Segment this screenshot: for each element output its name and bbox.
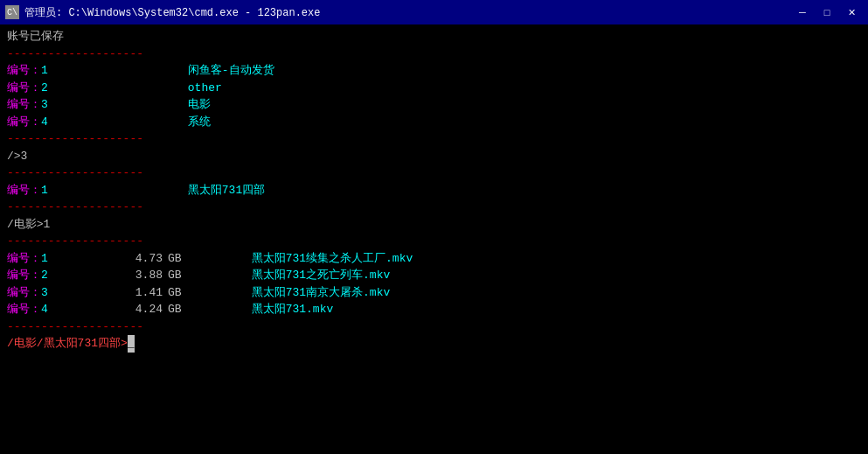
sub-label-1: 编号：: [7, 182, 41, 199]
line-sub1: 编号：1 黑太阳731四部: [7, 182, 861, 199]
num-2: 2: [41, 80, 48, 97]
file-num-1: 1: [41, 250, 48, 268]
file-name-1: 黑太阳731续集之杀人工厂.mkv: [252, 250, 413, 268]
separator-3: --------------------: [7, 164, 143, 182]
line-nav1: />3: [7, 148, 861, 165]
line-num4: 编号：4 系统: [7, 114, 861, 131]
file-name-4: 黑太阳731.mkv: [252, 301, 334, 318]
separator-2: --------------------: [7, 130, 143, 148]
num-1: 1: [41, 62, 48, 80]
file-size-4: 4.24: [135, 301, 163, 318]
separator-1: --------------------: [7, 45, 143, 63]
separator-4: --------------------: [7, 199, 143, 216]
file-unit-2: GB: [168, 267, 182, 284]
file-num-4: 4: [41, 301, 48, 318]
cursor: _: [128, 335, 135, 353]
content-4: 系统: [188, 114, 211, 131]
titlebar-buttons: ─ □ ✕: [791, 3, 863, 21]
titlebar-left: C\ 管理员: C:\Windows\System32\cmd.exe - 12…: [5, 5, 320, 20]
file-num-3: 3: [41, 284, 48, 302]
line-sep2: --------------------: [7, 130, 861, 148]
sub-num-1: 1: [41, 182, 48, 199]
file-name-2: 黑太阳731之死亡列车.mkv: [252, 267, 391, 284]
file-unit-3: GB: [168, 284, 182, 302]
file-size-1: 4.73: [135, 250, 163, 268]
line-num2: 编号：2 other: [7, 80, 861, 97]
file-num-2: 2: [41, 267, 48, 284]
file-name-3: 黑太阳731南京大屠杀.mkv: [252, 284, 391, 302]
line-account-saved: 账号已保存: [7, 28, 861, 45]
prompt-path: /电影/黑太阳731四部>: [7, 335, 128, 353]
line-num1: 编号：1 闲鱼客-自动发货: [7, 62, 861, 80]
line-file4: 编号：4 4.24 GB 黑太阳731.mkv: [7, 301, 861, 318]
line-sep5: --------------------: [7, 233, 861, 250]
content-3: 电影: [188, 96, 211, 114]
line-file3: 编号：3 1.41 GB 黑太阳731南京大屠杀.mkv: [7, 284, 861, 302]
close-button[interactable]: ✕: [840, 3, 863, 21]
file-unit-1: GB: [168, 250, 182, 268]
nav-2: /电影>1: [7, 216, 50, 234]
file-size-2: 3.88: [135, 267, 163, 284]
separator-6: --------------------: [7, 318, 143, 336]
label-3: 编号：: [7, 96, 41, 114]
file-label-3: 编号：: [7, 284, 41, 302]
num-4: 4: [41, 114, 48, 131]
separator-5: --------------------: [7, 233, 143, 250]
file-label-2: 编号：: [7, 267, 41, 284]
line-file2: 编号：2 3.88 GB 黑太阳731之死亡列车.mkv: [7, 267, 861, 284]
line-sep1: --------------------: [7, 45, 861, 63]
label-1: 编号：: [7, 62, 41, 80]
line-prompt: /电影/黑太阳731四部> _: [7, 335, 861, 353]
maximize-button[interactable]: □: [816, 3, 838, 21]
titlebar-title: 管理员: C:\Windows\System32\cmd.exe - 123pa…: [24, 5, 320, 20]
cmd-icon: C\: [5, 5, 19, 19]
label-4: 编号：: [7, 114, 41, 131]
line-nav2: /电影>1: [7, 216, 861, 234]
line-sep3: --------------------: [7, 164, 861, 182]
label-2: 编号：: [7, 80, 41, 97]
sub-content-1: 黑太阳731四部: [188, 182, 265, 199]
terminal: 账号已保存 -------------------- 编号：1 闲鱼客-自动发货…: [0, 24, 868, 454]
minimize-button[interactable]: ─: [791, 3, 814, 21]
nav-1: />3: [7, 148, 27, 165]
file-label-4: 编号：: [7, 301, 41, 318]
account-saved-text: 账号已保存: [7, 28, 64, 45]
file-label-1: 编号：: [7, 250, 41, 268]
titlebar: C\ 管理员: C:\Windows\System32\cmd.exe - 12…: [0, 0, 868, 24]
file-unit-4: GB: [168, 301, 182, 318]
line-num3: 编号：3 电影: [7, 96, 861, 114]
line-file1: 编号：1 4.73 GB 黑太阳731续集之杀人工厂.mkv: [7, 250, 861, 268]
file-size-3: 1.41: [135, 284, 163, 302]
line-sep4: --------------------: [7, 199, 861, 216]
content-1: 闲鱼客-自动发货: [188, 62, 274, 80]
content-2: other: [188, 80, 222, 97]
num-3: 3: [41, 96, 48, 114]
line-sep6: --------------------: [7, 318, 861, 336]
